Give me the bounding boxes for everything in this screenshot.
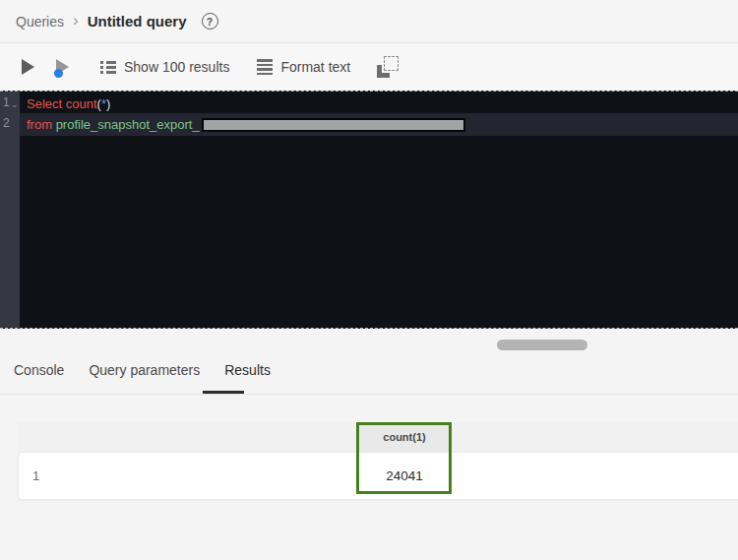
panel-resize-handle[interactable] xyxy=(497,340,587,350)
corner-l-icon xyxy=(377,65,390,78)
sql-table-identifier: profile_snapshot_export_ xyxy=(56,117,200,132)
editor-toolbar: Show 100 results Format text xyxy=(0,43,738,91)
output-tabs: Console Query parameters Results xyxy=(14,362,271,378)
tab-query-parameters[interactable]: Query parameters xyxy=(89,362,200,378)
code-line-1: Select count(*) xyxy=(27,96,110,111)
redacted-text-box xyxy=(202,118,465,132)
code-line-2: from profile_snapshot_export_ xyxy=(27,117,465,132)
page-title: Untitled query xyxy=(88,13,187,30)
run-selected-query-button[interactable] xyxy=(56,59,69,75)
sql-keyword: from xyxy=(27,117,56,132)
breadcrumb: Queries › Untitled query ? xyxy=(0,0,738,43)
show-results-button[interactable]: Show 100 results xyxy=(100,59,229,76)
tabs-divider xyxy=(0,394,738,395)
blue-dot-icon xyxy=(54,69,63,78)
column-header-count[interactable]: count(1) xyxy=(359,422,450,452)
list-icon xyxy=(100,59,116,76)
format-text-button[interactable]: Format text xyxy=(257,57,350,77)
count-value-cell: 24041 xyxy=(359,452,450,500)
active-tab-underline xyxy=(203,391,244,394)
row-index-cell: 1 xyxy=(32,452,39,500)
expand-editor-button[interactable] xyxy=(376,56,399,79)
show-results-label: Show 100 results xyxy=(124,59,229,75)
run-query-button[interactable] xyxy=(22,59,34,75)
line-number-1: 1 xyxy=(3,95,10,109)
line-number-gutter: 1 ⌄ 2 xyxy=(0,92,20,328)
breadcrumb-queries-link[interactable]: Queries xyxy=(16,14,64,30)
sql-keyword: Select count xyxy=(27,96,97,111)
fold-chevron-icon[interactable]: ⌄ xyxy=(11,99,19,109)
sql-code-editor[interactable]: 1 ⌄ 2 Select count(*) from profile_snaps… xyxy=(0,91,738,329)
format-text-label: Format text xyxy=(280,59,350,75)
tab-results[interactable]: Results xyxy=(224,362,271,378)
tab-console[interactable]: Console xyxy=(14,362,64,378)
help-icon[interactable]: ? xyxy=(202,13,218,30)
output-panel: Console Query parameters Results count(1… xyxy=(0,329,738,560)
query-editor-app: Queries › Untitled query ? Show 100 resu… xyxy=(0,0,738,560)
format-lines-icon xyxy=(257,57,273,77)
sql-paren: ) xyxy=(106,96,110,111)
line-number-2: 2 xyxy=(3,116,10,130)
breadcrumb-separator-icon: › xyxy=(73,11,79,31)
